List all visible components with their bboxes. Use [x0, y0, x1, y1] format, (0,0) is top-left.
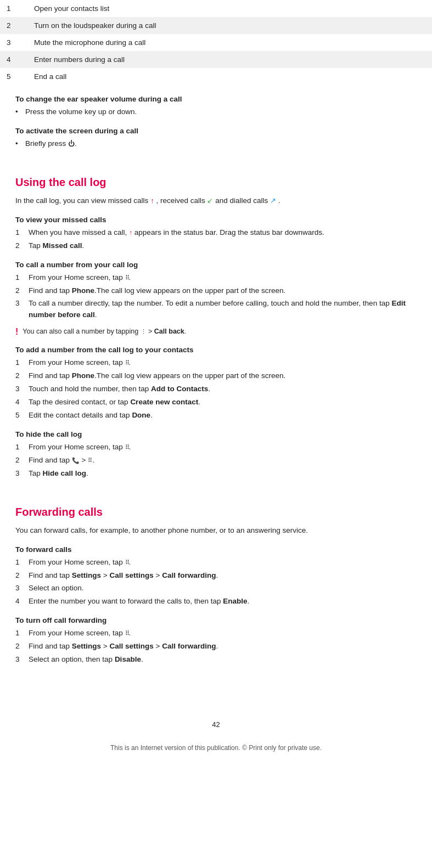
hide-log-item-2: 2 Find and tap 📞 > ⠿. [15, 455, 417, 466]
received-call-icon: ↙ [207, 196, 213, 205]
table-row: 1Open your contacts list [0, 0, 432, 17]
hide-log-item-3: 3 Tap Hide call log. [15, 468, 417, 480]
table-row-num: 4 [0, 51, 27, 68]
hide-log-item-1: 1 From your Home screen, tap ⠿. [15, 442, 417, 453]
view-missed-item-2: 2 Tap Missed call. [15, 240, 417, 252]
turn-off-forwarding-item-2: 2 Find and tap Settings > Call settings … [15, 641, 417, 652]
hide-log-list: 1 From your Home screen, tap ⠿. 2 Find a… [15, 442, 417, 480]
call-from-log-item-2: 2 Find and tap Phone.The call log view a… [15, 285, 417, 297]
note-text-1: You can also call a number by tapping ⋮ … [23, 326, 186, 337]
view-missed-heading: To view your missed calls [15, 216, 417, 224]
forward-calls-item-4: 4 Enter the number you want to forward t… [15, 596, 417, 607]
grid-icon-3: ⠿ [125, 443, 129, 452]
activate-screen-item: Briefly press ⏻. [15, 138, 417, 150]
forward-calls-item-3: 3 Select an option. [15, 583, 417, 594]
turn-off-forwarding-item-3: 3 Select an option, then tap Disable. [15, 654, 417, 666]
table-row-text: Open your contacts list [27, 0, 432, 17]
call-from-log-list: 1 From your Home screen, tap ⠿. 2 Find a… [15, 272, 417, 322]
forward-calls-item-1: 1 From your Home screen, tap ⠿. [15, 557, 417, 568]
grid-icon-4: ⠿ [125, 558, 129, 567]
page-number: 42 [0, 720, 432, 729]
note-icon-1: ! [15, 327, 18, 337]
call-from-log-item-1: 1 From your Home screen, tap ⠿. [15, 272, 417, 284]
hide-log-heading: To hide the call log [15, 430, 417, 438]
table-row: 4Enter numbers during a call [0, 51, 432, 68]
forward-calls-list: 1 From your Home screen, tap ⠿. 2 Find a… [15, 557, 417, 608]
view-missed-item-1: 1 When you have missed a call, ↑ appears… [15, 227, 417, 239]
add-from-log-item-2: 2 Find and tap Phone.The call log view a… [15, 370, 417, 382]
forwarding-calls-heading: Forwarding calls [15, 506, 417, 518]
content-area: To change the ear speaker volume during … [0, 95, 432, 687]
note-box-1: ! You can also call a number by tapping … [15, 326, 417, 337]
ear-speaker-heading: To change the ear speaker volume during … [15, 95, 417, 103]
add-from-log-item-5: 5 Edit the contact details and tap Done. [15, 410, 417, 421]
table-row: 3Mute the microphone during a call [0, 34, 432, 51]
top-table: 1Open your contacts list2Turn on the lou… [0, 0, 432, 85]
grid-icon-1: ⠿ [125, 273, 129, 283]
turn-off-forwarding-list: 1 From your Home screen, tap ⠿. 2 Find a… [15, 628, 417, 666]
activate-screen-list: Briefly press ⏻. [15, 138, 417, 150]
add-from-log-list: 1 From your Home screen, tap ⠿. 2 Find a… [15, 357, 417, 421]
table-row-text: End a call [27, 68, 432, 85]
grid-icon-2: ⠿ [125, 358, 129, 368]
phone-small-icon: 📞 [72, 457, 80, 464]
power-icon: ⏻ [68, 140, 75, 148]
grid-icon-5: ⠿ [125, 629, 129, 638]
call-from-log-item-3: 3 To call a number directly, tap the num… [15, 298, 417, 321]
menu-icon-small: ⠿ [88, 457, 92, 464]
missed-call-icon-inline: ↑ [129, 229, 132, 236]
ear-speaker-list: Press the volume key up or down. [15, 106, 417, 118]
forwarding-calls-intro: You can forward calls, for example, to a… [15, 525, 417, 537]
add-from-log-heading: To add a number from the call log to you… [15, 346, 417, 354]
call-from-log-heading: To call a number from your call log [15, 261, 417, 269]
table-row-text: Turn on the loudspeaker during a call [27, 17, 432, 34]
add-from-log-item-4: 4 Tap the desired contact, or tap Create… [15, 397, 417, 408]
more-icon: ⋮ [141, 328, 147, 335]
ear-speaker-item: Press the volume key up or down. [15, 106, 417, 118]
dialled-call-icon: ↗ [270, 196, 276, 205]
table-row-num: 2 [0, 17, 27, 34]
view-missed-list: 1 When you have missed a call, ↑ appears… [15, 227, 417, 252]
activate-screen-heading: To activate the screen during a call [15, 127, 417, 135]
table-row-text: Mute the microphone during a call [27, 34, 432, 51]
add-from-log-item-3: 3 Touch and hold the number, then tap Ad… [15, 384, 417, 395]
forward-calls-item-2: 2 Find and tap Settings > Call settings … [15, 570, 417, 582]
missed-call-icon: ↑ [150, 196, 154, 205]
turn-off-forwarding-heading: To turn off call forwarding [15, 616, 417, 624]
table-row-num: 1 [0, 0, 27, 17]
table-row-num: 3 [0, 34, 27, 51]
add-from-log-item-1: 1 From your Home screen, tap ⠿. [15, 357, 417, 369]
forward-calls-heading: To forward calls [15, 545, 417, 554]
turn-off-forwarding-item-1: 1 From your Home screen, tap ⠿. [15, 628, 417, 639]
table-row: 2Turn on the loudspeaker during a call [0, 17, 432, 34]
table-row: 5End a call [0, 68, 432, 85]
table-row-num: 5 [0, 68, 27, 85]
footer-copyright: This is an Internet version of this publ… [0, 733, 432, 757]
call-log-intro: In the call log, you can view missed cal… [15, 195, 417, 207]
table-row-text: Enter numbers during a call [27, 51, 432, 68]
using-call-log-heading: Using the call log [15, 176, 417, 189]
